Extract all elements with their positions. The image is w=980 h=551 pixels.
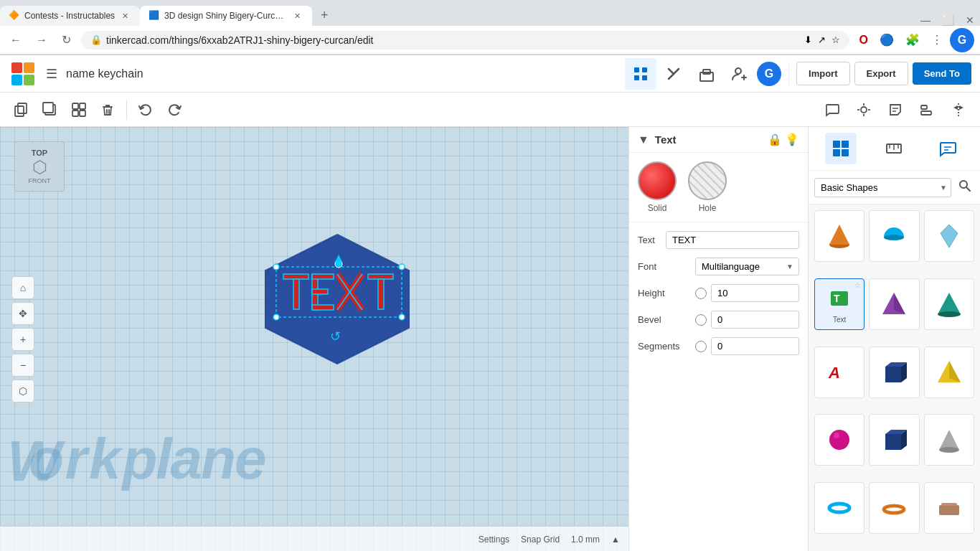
segments-input[interactable] [711,337,799,355]
send-to-button[interactable]: Send To [913,62,971,85]
perspective-button[interactable]: ⬡ [11,380,34,402]
shapes-grid: ☆ T Text [809,204,980,551]
hole-label: Hole [699,203,717,213]
browser-user-avatar[interactable]: G [950,28,974,52]
download-page-icon[interactable]: ⬇ [804,34,812,45]
home-view-button[interactable]: ⌂ [11,276,34,299]
hole-selector[interactable]: Hole [688,161,727,213]
chat-button[interactable] [932,133,963,164]
svg-rect-34 [293,279,299,309]
tinkercad-logo[interactable] [9,60,37,88]
shape-item-sphere[interactable] [814,414,864,466]
hole-circle[interactable] [688,161,727,200]
solid-circle[interactable] [638,161,677,200]
visibility-button[interactable]: 💡 [785,133,799,146]
comment-button[interactable] [819,97,845,123]
shape-item-ring[interactable] [869,482,919,534]
shape-item-text[interactable]: ☆ T Text [814,278,864,330]
undo-button[interactable] [133,97,159,123]
bevel-slider-icon[interactable] [695,314,707,326]
tab2-favicon: 🟦 [149,10,160,22]
opera-icon[interactable]: O [855,31,872,50]
delete-button[interactable] [95,97,121,123]
new-tab-button[interactable]: + [312,5,337,26]
hamburger-menu-button[interactable]: ☰ [43,63,60,85]
zoom-in-button[interactable]: + [11,328,34,351]
shape-item-text2[interactable]: A [814,347,864,398]
group-button[interactable] [66,97,92,123]
solid-selector[interactable]: Solid [638,161,677,213]
ring-thumb [880,494,908,522]
tab-2[interactable]: 🟦 3D design Shiny Bigery-Curcan | ✕ [140,6,312,26]
mirror-button[interactable] [946,97,971,123]
extensions-icon[interactable]: 🧩 [901,30,924,50]
zoom-out-button[interactable]: − [11,354,34,377]
cone-thumb [825,222,854,250]
close-window-button[interactable]: ✕ [966,14,974,26]
shape-item-cone2[interactable] [924,278,974,330]
pan-button[interactable]: ✥ [11,302,34,325]
shape-item-cone3[interactable] [924,414,974,466]
props-title: Text [655,133,762,146]
notes-button[interactable] [882,97,908,123]
tab1-close[interactable]: ✕ [119,10,131,22]
tab-1[interactable]: 🔶 Contests - Instructables ✕ [0,6,140,26]
tab2-close[interactable]: ✕ [291,10,303,22]
bevel-input[interactable] [711,311,799,329]
lock-button[interactable]: 🔒 [768,133,782,146]
app-user-avatar[interactable]: G [757,62,781,86]
add-user-button[interactable] [724,58,755,90]
import-button[interactable]: Import [796,62,849,85]
export-button[interactable]: Export [854,62,908,85]
svg-rect-56 [842,149,849,156]
shape-item-box[interactable] [869,347,919,398]
shape-item-box2[interactable] [869,414,919,466]
light-button[interactable] [851,97,877,123]
share-icon[interactable]: ↗ [818,34,826,45]
view-cube[interactable]: TOP ⬡ FRONT [14,141,65,192]
back-button[interactable]: ← [6,31,26,50]
shape-item-pyramid[interactable] [869,278,919,330]
snap-grid-value: 1.0 mm [571,534,600,545]
minimize-button[interactable]: — [920,14,930,26]
maximize-button[interactable]: ⬜ [942,14,954,26]
height-input[interactable] [711,284,799,302]
duplicate-button[interactable] [9,97,34,123]
star-icon[interactable]: ☆ [854,281,861,289]
svg-rect-11 [15,106,24,116]
blocks-button[interactable] [691,58,722,90]
height-slider-icon[interactable] [695,288,707,299]
url-bar[interactable]: 🔒 tinkercad.com/things/6xxab2ATRJ1-shiny… [81,31,849,50]
props-collapse-button[interactable]: ▼ [638,133,649,146]
redo-button[interactable] [161,97,187,123]
segments-slider-icon[interactable] [695,341,707,352]
forward-button[interactable]: → [32,31,52,50]
scene-object[interactable]: ↺ [237,220,438,380]
ruler-button[interactable] [878,133,910,164]
svg-point-48 [273,314,279,320]
shape-item-crystal[interactable] [924,210,974,262]
font-select[interactable]: Multilanguage [695,258,799,276]
view-3d-button[interactable] [625,58,656,90]
shape-item-half-sphere[interactable] [869,210,919,262]
browser-menu-icon[interactable]: ⋮ [927,30,947,50]
canvas-area[interactable]: orkplane W TOP ⬡ FRONT ⌂ ✥ + − ⬡ [0,127,628,551]
text-input[interactable] [666,231,799,249]
snap-grid-icon[interactable]: ▲ [611,534,620,545]
segments-field-label: Segments [638,341,695,352]
grid-view-button[interactable] [825,133,857,164]
shape-item-brick[interactable] [924,482,974,534]
bookmark-icon[interactable]: ☆ [831,34,840,45]
reload-button[interactable]: ↻ [57,30,75,50]
copy-button[interactable] [37,97,63,123]
shape-item-torus[interactable] [814,482,864,534]
shape-item-cone[interactable] [814,210,864,262]
sync-icon[interactable]: 🔵 [875,30,898,50]
shape-item-pyramid2[interactable] [924,347,974,398]
height-number [695,284,799,302]
shapes-category-select[interactable]: Basic Shapes Text & Numbers Geometric Fe… [814,178,951,197]
shapes-search-button[interactable] [956,176,974,198]
settings-label[interactable]: Settings [479,534,509,545]
align-button[interactable] [914,97,940,123]
tools-button[interactable] [658,58,689,90]
